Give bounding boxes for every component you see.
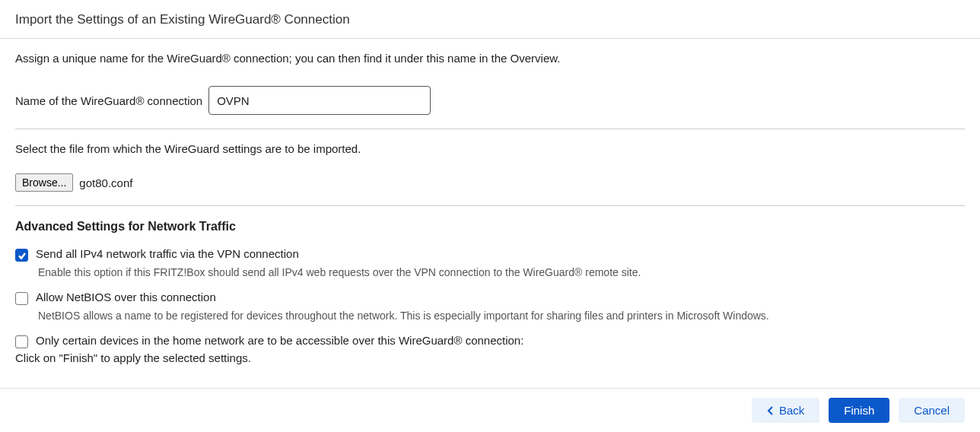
back-button[interactable]: Back xyxy=(752,398,819,423)
cancel-button-label: Cancel xyxy=(914,404,950,417)
connection-name-label: Name of the WireGuard® connection xyxy=(15,94,202,107)
help-text-netbios: NetBIOS allows a name to be registered f… xyxy=(15,307,965,331)
connection-name-input[interactable] xyxy=(208,86,431,115)
page-title: Import the Settings of an Existing WireG… xyxy=(0,0,980,39)
cancel-button[interactable]: Cancel xyxy=(899,398,965,423)
checkbox-label-devices[interactable]: Only certain devices in the home network… xyxy=(36,334,523,347)
instruction-name: Assign a unique name for the WireGuard® … xyxy=(15,39,965,72)
finish-button[interactable]: Finish xyxy=(829,398,889,423)
checkbox-devices[interactable] xyxy=(15,335,28,348)
instruction-file: Select the file from which the WireGuard… xyxy=(15,129,965,163)
checkbox-row-ipv4: Send all IPv4 network traffic via the VP… xyxy=(15,244,965,263)
checkbox-netbios[interactable] xyxy=(15,292,28,305)
finish-button-label: Finish xyxy=(844,404,874,417)
browse-button[interactable]: Browse... xyxy=(15,173,73,192)
finish-note: Click on "Finish" to apply the selected … xyxy=(15,350,965,372)
advanced-heading: Advanced Settings for Network Traffic xyxy=(15,206,965,244)
footer: Back Finish Cancel xyxy=(0,388,980,432)
checkbox-ipv4[interactable] xyxy=(15,249,28,262)
back-button-label: Back xyxy=(779,404,804,417)
checkbox-row-netbios: Allow NetBIOS over this connection xyxy=(15,287,965,307)
file-row: Browse... got80.conf xyxy=(15,163,965,205)
help-text-ipv4: Enable this option if this FRITZ!Box sho… xyxy=(15,263,965,287)
checkbox-label-netbios[interactable]: Allow NetBIOS over this connection xyxy=(36,291,216,303)
check-icon xyxy=(18,251,27,260)
connection-name-row: Name of the WireGuard® connection xyxy=(15,72,965,129)
checkbox-label-ipv4[interactable]: Send all IPv4 network traffic via the VP… xyxy=(36,247,299,260)
chevron-left-icon xyxy=(767,405,775,416)
checkbox-row-devices: Only certain devices in the home network… xyxy=(15,331,965,350)
selected-filename: got80.conf xyxy=(79,176,132,189)
